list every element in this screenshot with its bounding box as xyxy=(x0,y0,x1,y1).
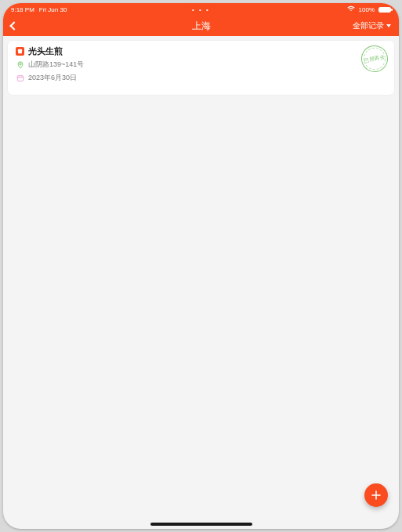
store-icon xyxy=(16,47,24,56)
status-date: Fri Jun 30 xyxy=(39,6,67,13)
home-indicator[interactable] xyxy=(150,523,252,526)
stamp-text: 已想再去 xyxy=(364,54,386,64)
filter-button[interactable]: 全部记录 xyxy=(353,20,391,31)
wifi-icon xyxy=(347,5,355,13)
svg-rect-0 xyxy=(17,75,24,81)
status-center-dots: • • • xyxy=(192,6,210,13)
page-title: 上海 xyxy=(192,20,211,33)
content-area: 光头生煎 山阴路139~141号 2023年6月30日 已想再去 xyxy=(3,36,399,529)
chevron-left-icon xyxy=(9,21,18,30)
chevron-down-icon xyxy=(386,24,391,27)
record-date: 2023年6月30日 xyxy=(28,74,77,81)
battery-icon xyxy=(378,7,391,13)
plus-icon xyxy=(371,490,382,501)
record-address: 山阴路139~141号 xyxy=(28,61,84,68)
status-time: 9:18 PM xyxy=(11,6,34,13)
device-frame: 9:18 PM Fri Jun 30 • • • 100% 上海 全部记录 xyxy=(3,3,399,529)
filter-label: 全部记录 xyxy=(353,20,384,31)
status-bar: 9:18 PM Fri Jun 30 • • • 100% xyxy=(3,3,399,16)
back-button[interactable] xyxy=(11,23,17,29)
calendar-icon xyxy=(16,74,24,82)
record-title: 光头生煎 xyxy=(28,47,63,56)
battery-percent: 100% xyxy=(359,6,375,13)
add-button[interactable] xyxy=(364,483,388,507)
location-icon xyxy=(16,60,24,69)
nav-bar: 上海 全部记录 xyxy=(3,16,399,36)
record-card[interactable]: 光头生煎 山阴路139~141号 2023年6月30日 已想再去 xyxy=(8,41,394,95)
